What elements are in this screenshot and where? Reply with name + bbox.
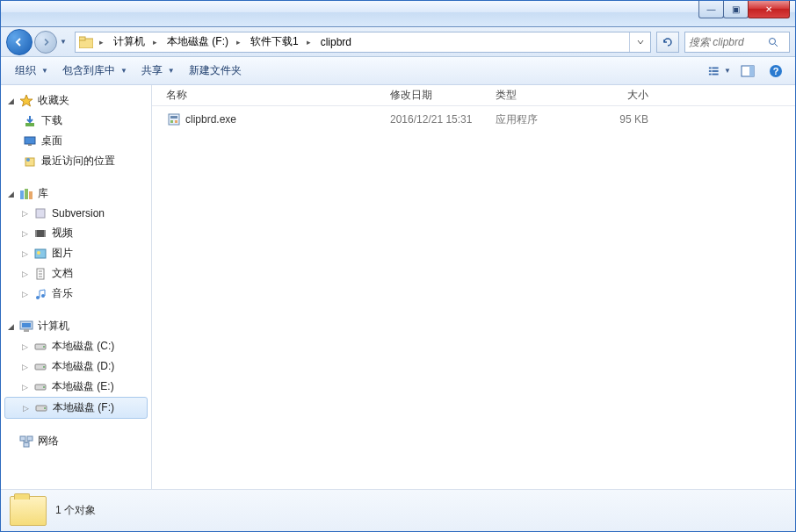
sidebar-item-drive-c[interactable]: ▷ 本地磁盘 (C:) (1, 336, 151, 356)
navigation-pane: ◢ 收藏夹 下载 桌面 最近访问的位置 (1, 85, 152, 489)
pictures-icon (33, 247, 48, 261)
back-button[interactable] (6, 29, 33, 55)
favorites-label: 收藏夹 (38, 93, 69, 108)
share-button[interactable]: 共享▼ (134, 60, 182, 82)
svg-rect-15 (25, 137, 35, 144)
svg-rect-5 (712, 67, 718, 68)
file-name: clipbrd.exe (185, 113, 236, 126)
chevron-down-icon: ▼ (168, 67, 175, 75)
svg-rect-6 (709, 70, 712, 72)
desktop-icon (22, 134, 38, 148)
column-type[interactable]: 类型 (488, 88, 585, 103)
sidebar-item-documents[interactable]: ▷ 文档 (1, 263, 151, 284)
expand-icon: ▷ (22, 342, 33, 351)
exe-icon (166, 112, 182, 126)
chevron-down-icon: ▼ (120, 67, 127, 75)
chevron-down-icon: ▼ (41, 67, 48, 75)
sidebar-item-label: 桌面 (41, 133, 62, 148)
subversion-icon (33, 206, 48, 220)
status-text: 1 个对象 (55, 503, 96, 518)
new-folder-button[interactable]: 新建文件夹 (182, 60, 249, 82)
sidebar-item-subversion[interactable]: ▷ Subversion (1, 204, 151, 223)
computer-header[interactable]: ◢ 计算机 (1, 316, 151, 336)
help-button[interactable]: ? (763, 61, 788, 81)
column-headers: 名称 修改日期 类型 大小 (152, 85, 795, 106)
include-label: 包含到库中 (62, 63, 115, 78)
chevron-down-icon: ▼ (724, 67, 731, 75)
arrow-left-icon (14, 37, 25, 47)
svg-rect-20 (25, 189, 28, 199)
maximize-button[interactable]: ▣ (723, 1, 749, 18)
svg-rect-45 (20, 436, 25, 441)
breadcrumb-segment[interactable]: clipbrd (314, 32, 357, 52)
breadcrumb-segment[interactable]: 本地磁盘 (F:) (160, 32, 234, 52)
search-input[interactable] (689, 36, 768, 48)
sidebar-item-drive-e[interactable]: ▷ 本地磁盘 (E:) (1, 377, 151, 397)
sidebar-item-music[interactable]: ▷ 音乐 (1, 284, 151, 304)
sidebar-item-videos[interactable]: ▷ 视频 (1, 223, 151, 243)
refresh-icon (662, 36, 674, 48)
recent-icon (22, 155, 38, 169)
svg-rect-21 (29, 191, 33, 199)
search-icon (768, 37, 778, 47)
search-box[interactable] (684, 32, 790, 53)
breadcrumb[interactable]: ▸ 计算机 ▸ 本地磁盘 (F:) ▸ 软件下载1 ▸ clipbrd (75, 32, 651, 53)
toolbar-right: ▼ ? (707, 61, 788, 81)
folder-large-icon (10, 496, 47, 526)
organize-label: 组织 (15, 63, 36, 78)
sidebar-item-drive-d[interactable]: ▷ 本地磁盘 (D:) (1, 356, 151, 377)
breadcrumb-dropdown[interactable] (629, 32, 650, 52)
svg-rect-16 (28, 144, 32, 146)
svg-rect-24 (35, 230, 37, 237)
network-icon (18, 435, 34, 449)
expand-icon: ▷ (22, 290, 33, 298)
file-row[interactable]: clipbrd.exe 2016/12/21 15:31 应用程序 95 KB (152, 110, 795, 129)
sidebar-item-drive-f[interactable]: ▷ 本地磁盘 (F:) (4, 397, 148, 419)
view-options-button[interactable]: ▼ (707, 61, 732, 81)
column-name[interactable]: 名称 (159, 88, 383, 103)
sidebar-item-pictures[interactable]: ▷ 图片 (1, 243, 151, 263)
chevron-right-icon: ▸ (97, 38, 106, 47)
column-date[interactable]: 修改日期 (383, 88, 488, 103)
forward-button[interactable] (34, 31, 57, 54)
status-bar: 1 个对象 (1, 489, 795, 531)
file-list[interactable]: clipbrd.exe 2016/12/21 15:31 应用程序 95 KB (152, 106, 795, 489)
file-size: 95 KB (585, 113, 655, 126)
close-button[interactable]: ✕ (748, 1, 790, 18)
download-icon (22, 114, 38, 128)
drive-icon (33, 340, 48, 354)
svg-rect-52 (170, 120, 173, 123)
music-icon (33, 287, 48, 301)
collapse-icon: ◢ (8, 190, 18, 198)
svg-rect-7 (712, 70, 718, 72)
column-size[interactable]: 大小 (585, 88, 655, 103)
svg-point-2 (770, 38, 776, 44)
sidebar-item-recent[interactable]: 最近访问的位置 (1, 151, 151, 171)
organize-button[interactable]: 组织▼ (8, 60, 55, 82)
breadcrumb-segment[interactable]: 计算机 (106, 32, 150, 52)
arrow-right-icon (41, 38, 50, 47)
include-in-library-button[interactable]: 包含到库中▼ (55, 60, 134, 82)
refresh-button[interactable] (656, 32, 679, 53)
svg-rect-53 (175, 120, 177, 123)
sidebar-item-label: 图片 (52, 246, 73, 261)
breadcrumb-segment[interactable]: 软件下载1 (243, 32, 304, 52)
nav-history-dropdown[interactable]: ▼ (57, 32, 69, 53)
svg-rect-11 (749, 66, 754, 76)
chevron-right-icon: ▸ (304, 38, 314, 47)
sidebar-item-label: 视频 (52, 226, 73, 241)
pane-icon (741, 65, 755, 77)
chevron-right-icon: ▸ (234, 38, 243, 47)
sidebar-item-downloads[interactable]: 下载 (1, 111, 151, 131)
sidebar-item-label: 本地磁盘 (E:) (52, 379, 114, 394)
preview-pane-button[interactable] (735, 61, 760, 81)
computer-label: 计算机 (38, 319, 69, 334)
file-date: 2016/12/21 15:31 (383, 113, 488, 126)
sidebar-item-desktop[interactable]: 桌面 (1, 131, 151, 151)
libraries-header[interactable]: ◢ 库 (1, 183, 151, 204)
favorites-header[interactable]: ◢ 收藏夹 (1, 90, 151, 111)
minimize-button[interactable]: — (698, 1, 724, 18)
libraries-group: ◢ 库 ▷ Subversion ▷ 视频 ▷ 图片 (1, 183, 151, 304)
network-header[interactable]: 网络 (1, 431, 151, 451)
svg-rect-4 (709, 67, 712, 68)
